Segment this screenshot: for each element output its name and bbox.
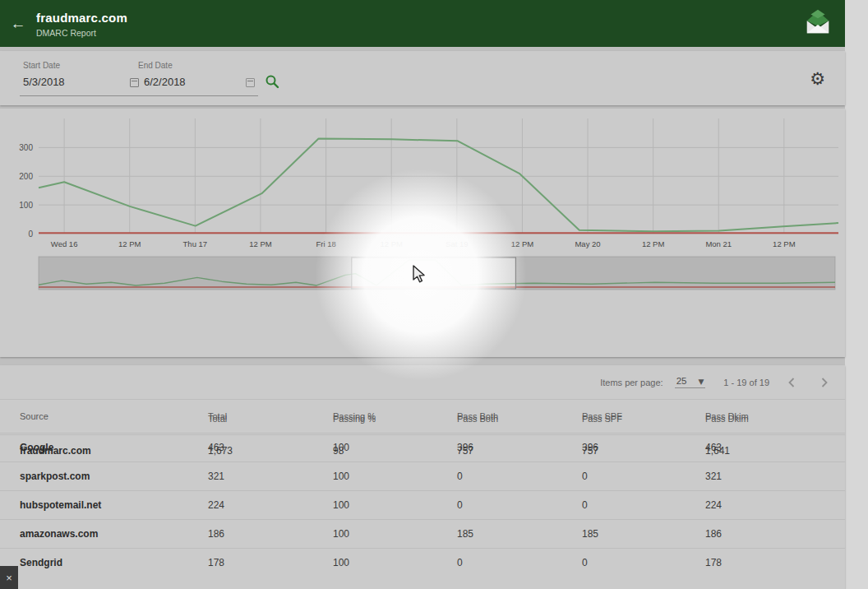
cell-pass-both: 0 <box>457 471 582 482</box>
date-field-underline <box>20 95 258 96</box>
cell-pass-spf: 185 <box>582 528 705 540</box>
chart-overview-brush[interactable] <box>39 255 835 291</box>
svg-text:Sat 19: Sat 19 <box>446 239 468 248</box>
page-title: fraudmarc.com <box>36 11 845 25</box>
summary-total: 1,673 <box>208 445 333 457</box>
sources-card: Items per page: 25 ▼ 1 - 19 of 19 <box>0 365 845 589</box>
summary-pass-dkim: 1,641 <box>705 445 845 457</box>
back-arrow-icon[interactable]: ← <box>0 15 36 33</box>
next-page-button[interactable] <box>814 372 835 393</box>
calendar-toggle-icon[interactable] <box>246 78 255 87</box>
items-per-page-value: 25 <box>676 376 687 386</box>
summary-passing: 98 <box>333 445 457 457</box>
svg-text:12 PM: 12 PM <box>249 239 272 248</box>
app-window: ← fraudmarc.com DMARC Report Start Date … <box>0 0 845 589</box>
svg-text:12 PM: 12 PM <box>511 239 534 248</box>
cell-pass-dkim: 186 <box>705 528 845 540</box>
fraudmarc-envelope-logo <box>802 7 833 39</box>
svg-text:12 PM: 12 PM <box>380 239 403 248</box>
source-name: Sendgrid <box>20 557 208 568</box>
cell-total: 224 <box>208 499 333 511</box>
chevron-left-icon <box>788 378 795 387</box>
filter-panel: Start Date End Date ⚙ <box>0 51 845 105</box>
cell-passing: 100 <box>333 528 457 540</box>
summary-col-pass-dkim: Pass Dkim <box>705 414 845 424</box>
summary-table-row[interactable]: fraudmarc.com 1,673 98 757 757 1,641 <box>0 434 845 466</box>
svg-text:Thu 17: Thu 17 <box>183 239 208 248</box>
paginator: Items per page: 25 ▼ 1 - 19 of 19 <box>0 365 845 400</box>
end-date-label: End Date <box>138 61 173 70</box>
cell-pass-both: 185 <box>457 528 582 540</box>
cell-total: 321 <box>208 471 333 482</box>
start-date-label: Start Date <box>23 61 60 70</box>
table-row[interactable]: amazonaws.com 186 100 185 185 186 <box>0 519 845 548</box>
cell-pass-dkim: 224 <box>705 499 845 511</box>
svg-text:12 PM: 12 PM <box>773 239 796 248</box>
screen: ← fraudmarc.com DMARC Report Start Date … <box>0 0 868 589</box>
cell-pass-dkim: 178 <box>705 557 845 568</box>
summary-pass-spf: 757 <box>582 445 705 457</box>
page-subtitle: DMARC Report <box>36 28 845 38</box>
table-row[interactable]: hubspotemail.net 224 100 0 0 224 <box>0 490 845 519</box>
table-row[interactable]: Sendgrid 178 100 0 0 178 <box>0 548 845 577</box>
summary-pass-both: 757 <box>457 445 582 457</box>
svg-text:May 20: May 20 <box>575 239 600 248</box>
svg-text:12 PM: 12 PM <box>118 239 141 248</box>
cell-pass-spf: 0 <box>582 499 705 511</box>
calendar-icon[interactable] <box>130 78 139 87</box>
summary-col-passing: Passing % <box>333 414 457 424</box>
end-date-input[interactable] <box>144 76 234 88</box>
svg-text:100: 100 <box>19 201 33 210</box>
caret-down-icon: ▼ <box>698 378 704 386</box>
cell-pass-dkim: 321 <box>705 471 845 482</box>
svg-text:12 PM: 12 PM <box>642 239 665 248</box>
summary-col-pass-spf: Pass SPF <box>582 414 705 424</box>
summary-col-total: Total <box>208 414 333 424</box>
cell-passing: 100 <box>333 557 457 568</box>
chart-card: 0100200300Wed 1612 PMThu 1712 PMFri 1812… <box>0 109 845 357</box>
items-per-page-select[interactable]: 25 ▼ <box>675 376 706 388</box>
cell-pass-both: 0 <box>457 557 582 568</box>
cell-pass-spf: 0 <box>582 557 705 568</box>
search-icon[interactable] <box>265 74 279 89</box>
app-header: ← fraudmarc.com DMARC Report <box>0 0 845 47</box>
cell-pass-spf: 0 <box>582 471 705 482</box>
svg-text:200: 200 <box>19 172 33 181</box>
source-name: hubspotemail.net <box>20 499 208 511</box>
paginator-range: 1 - 19 of 19 <box>723 378 769 387</box>
cell-total: 186 <box>208 528 333 540</box>
start-date-input[interactable] <box>23 76 113 88</box>
table-row[interactable]: sparkpost.com 321 100 0 0 321 <box>0 461 845 490</box>
svg-text:300: 300 <box>19 143 33 152</box>
cell-passing: 100 <box>333 499 457 511</box>
svg-text:Wed 16: Wed 16 <box>51 239 78 248</box>
source-name: amazonaws.com <box>20 528 208 540</box>
cell-pass-both: 0 <box>457 499 582 511</box>
svg-text:Fri 18: Fri 18 <box>316 239 335 248</box>
source-name: sparkpost.com <box>20 471 208 482</box>
cell-total: 178 <box>208 557 333 568</box>
items-per-page-label: Items per page: <box>600 378 663 387</box>
previous-page-button[interactable] <box>781 372 802 393</box>
header-titles: fraudmarc.com DMARC Report <box>36 9 845 38</box>
svg-text:0: 0 <box>28 230 33 239</box>
mouse-cursor-icon <box>411 265 427 285</box>
summary-domain-label: fraudmarc.com <box>20 445 208 457</box>
cell-passing: 100 <box>333 471 457 482</box>
close-overlay-button[interactable]: × <box>0 566 18 589</box>
summary-table-header: Total Passing % Pass Both Pass SPF Pass … <box>0 403 845 434</box>
chevron-right-icon <box>821 378 828 387</box>
svg-text:Mon 21: Mon 21 <box>705 239 732 248</box>
settings-gear-icon[interactable]: ⚙ <box>810 69 825 89</box>
summary-col-pass-both: Pass Both <box>457 414 582 424</box>
